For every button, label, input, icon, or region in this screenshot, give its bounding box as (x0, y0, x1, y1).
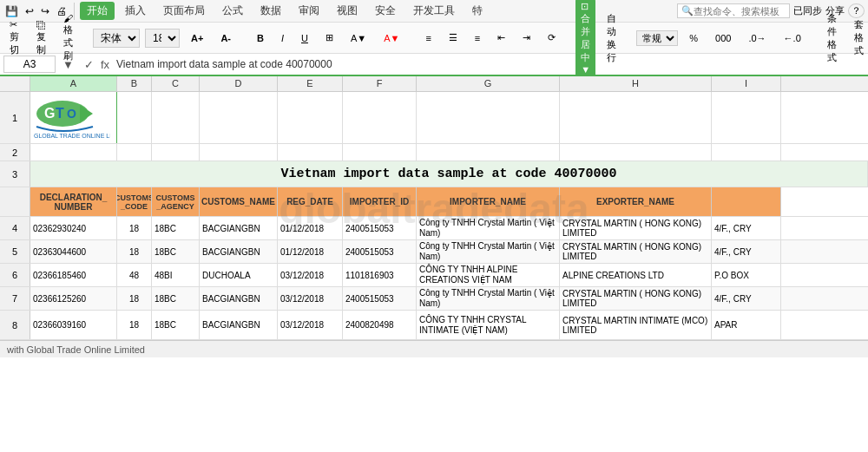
cell-reference-input[interactable] (3, 56, 56, 73)
cell-D7[interactable]: BACGIANGBN (200, 287, 278, 310)
cell-H6[interactable]: ALPINE CREATIONS LTD (560, 264, 712, 286)
comma-btn[interactable]: 000 (709, 30, 737, 46)
align-right-btn[interactable]: ≡ (469, 30, 486, 46)
percent-btn[interactable]: % (683, 30, 704, 46)
cell-G2[interactable] (417, 144, 560, 160)
cell-B8[interactable]: 18 (117, 311, 152, 339)
decimal-dec-btn[interactable]: ←.0 (778, 30, 807, 46)
indent-dec-btn[interactable]: ⇤ (491, 29, 511, 46)
indent-inc-btn[interactable]: ⇥ (516, 29, 536, 46)
cell-A8[interactable]: 02366039160 (30, 311, 117, 339)
bold-btn[interactable]: B (251, 30, 270, 46)
cell-F6[interactable]: 1101816903 (343, 264, 417, 286)
cell-B5[interactable]: 18 (117, 240, 152, 263)
menu-kaishi[interactable]: 开始 (80, 2, 115, 20)
table-format-btn[interactable]: 套格式 (848, 16, 868, 60)
menu-gongshi[interactable]: 公式 (215, 2, 250, 20)
cell-F5[interactable]: 2400515053 (343, 240, 417, 263)
col-header-D[interactable]: D (200, 76, 278, 91)
cell-I4[interactable]: 4/F., CRY (712, 217, 781, 239)
col-header-A[interactable]: A (30, 76, 117, 91)
cell-A4[interactable]: 02362930240 (30, 217, 117, 239)
undo-icon[interactable]: ↩ (23, 3, 36, 19)
cell-H2[interactable] (560, 144, 712, 160)
font-grow-btn[interactable]: A+ (185, 30, 209, 46)
cell-I7[interactable]: 4/F., CRY (712, 287, 781, 310)
col-header-F[interactable]: F (343, 76, 417, 91)
cell-C8[interactable]: 18BC (152, 311, 200, 339)
cell-E7[interactable]: 03/12/2018 (278, 287, 343, 310)
menu-pagebuju[interactable]: 页面布局 (156, 2, 212, 20)
format-selector[interactable]: 常规 (636, 30, 678, 46)
cell-H7[interactable]: CRYSTAL MARTIN ( HONG KONG) LIMITED (560, 287, 712, 310)
cell-C6[interactable]: 48BI (152, 264, 200, 286)
cell-B2[interactable] (117, 144, 152, 160)
cell-G8[interactable]: CÔNG TY TNHH CRYSTAL INTIMATE (VIỆT NAM) (417, 311, 560, 339)
cell-A7[interactable]: 02366125260 (30, 287, 117, 310)
cell-F7[interactable]: 2400515053 (343, 287, 417, 310)
cell-I6[interactable]: P.O BOX (712, 264, 781, 286)
cell-I8[interactable]: APAR (712, 311, 781, 339)
menu-anquan[interactable]: 安全 (368, 2, 403, 20)
search-box[interactable]: 🔍 (677, 3, 790, 18)
copy-btn[interactable]: ⿻ 复制 (30, 17, 52, 59)
redo-icon[interactable]: ↪ (39, 3, 51, 19)
col-header-H[interactable]: H (560, 76, 712, 91)
cell-I2[interactable] (712, 144, 781, 160)
sync-label[interactable]: 已同步 (793, 4, 822, 17)
cell-E2[interactable] (278, 144, 343, 160)
cell-B7[interactable]: 18 (117, 287, 152, 310)
cell-D4[interactable]: BACGIANGBN (200, 217, 278, 239)
col-header-I[interactable]: I (712, 76, 781, 91)
formula-expand-icon[interactable]: ▼ (59, 58, 77, 71)
cell-F2[interactable] (343, 144, 417, 160)
cell-C2[interactable] (152, 144, 200, 160)
menu-shuju[interactable]: 数据 (253, 2, 288, 20)
cell-E8[interactable]: 03/12/2018 (278, 311, 343, 339)
orientation-btn[interactable]: ⟳ (542, 29, 562, 46)
cell-H4[interactable]: CRYSTAL MARTIN ( HONG KONG) LIMITED (560, 217, 712, 239)
cell-E4[interactable]: 01/12/2018 (278, 217, 343, 239)
cell-G5[interactable]: Công ty TNHH Crystal Martin ( Việt Nam) (417, 240, 560, 263)
cell-A5[interactable]: 02363044600 (30, 240, 117, 263)
cell-G4[interactable]: Công ty TNHH Crystal Martin ( Việt Nam) (417, 217, 560, 239)
fill-color-btn[interactable]: A▼ (345, 30, 372, 46)
align-left-btn[interactable]: ≡ (419, 30, 437, 46)
col-header-G[interactable]: G (417, 76, 560, 91)
cell-B6[interactable]: 48 (117, 264, 152, 286)
cell-E6[interactable]: 03/12/2018 (278, 264, 343, 286)
cell-C5[interactable]: 18BC (152, 240, 200, 263)
cell-A6[interactable]: 02366185460 (30, 264, 117, 286)
cell-G6[interactable]: CÔNG TY TNHH ALPINE CREATIONS VIỆT NAM (417, 264, 560, 286)
cell-F4[interactable]: 2400515053 (343, 217, 417, 239)
cell-D8[interactable]: BACGIANGBN (200, 311, 278, 339)
decimal-inc-btn[interactable]: .0→ (742, 30, 772, 46)
menu-charu[interactable]: 插入 (118, 2, 153, 20)
cell-H8[interactable]: CRYSTAL MARTIN INTIMATE (MCO) LIMITED (560, 311, 712, 339)
cell-D6[interactable]: DUCHOALA (200, 264, 278, 286)
cell-D5[interactable]: BACGIANGBN (200, 240, 278, 263)
font-selector[interactable]: 宋体 (93, 29, 140, 48)
menu-shitu[interactable]: 视图 (330, 2, 365, 20)
menu-shenyue[interactable]: 审阅 (292, 2, 326, 20)
underline-btn[interactable]: U (295, 30, 314, 46)
col-header-E[interactable]: E (278, 76, 343, 91)
cell-G7[interactable]: Công ty TNHH Crystal Martin ( Việt Nam) (417, 287, 560, 310)
col-header-C[interactable]: C (152, 76, 200, 91)
font-size-selector[interactable]: 18 (145, 29, 180, 48)
cut-btn[interactable]: ✂ 剪切 (3, 16, 25, 59)
cell-I5[interactable]: 4/F., CRY (712, 240, 781, 263)
align-center-btn[interactable]: ☰ (443, 29, 464, 46)
menu-te[interactable]: 特 (465, 2, 490, 20)
col-header-B[interactable]: B (117, 76, 152, 91)
cell-B4[interactable]: 18 (117, 217, 152, 239)
cell-C7[interactable]: 18BC (152, 287, 200, 310)
cell-A2[interactable] (30, 144, 117, 160)
menu-kaifagongju[interactable]: 开发工具 (406, 2, 462, 20)
font-shrink-btn[interactable]: A- (214, 30, 237, 46)
cell-C4[interactable]: 18BC (152, 217, 200, 239)
border-btn[interactable]: ⊞ (319, 29, 339, 46)
italic-btn[interactable]: I (275, 30, 290, 46)
font-color-btn[interactable]: A▼ (378, 30, 405, 46)
cell-E5[interactable]: 01/12/2018 (278, 240, 343, 263)
